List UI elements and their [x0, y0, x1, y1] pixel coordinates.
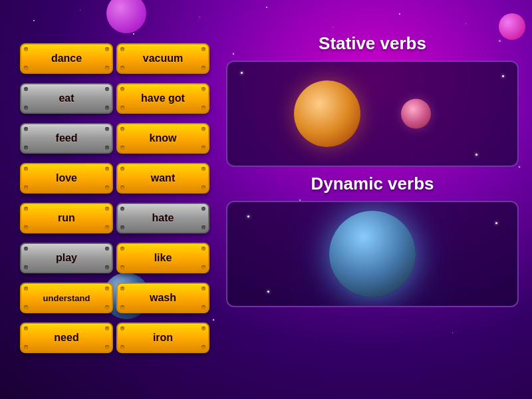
word-button-iron[interactable]: iron	[116, 323, 209, 353]
stative-title: Stative verbs	[226, 33, 519, 54]
stative-planet-small	[401, 99, 431, 129]
word-button-play[interactable]: play	[20, 243, 113, 273]
dynamic-planet-main	[329, 211, 416, 297]
word-button-like[interactable]: like	[116, 243, 209, 273]
stative-section: Stative verbs	[226, 33, 519, 167]
word-buttons-panel: dance vacuum eat have got feed know	[0, 0, 219, 399]
dynamic-drop-zone[interactable]	[226, 201, 519, 307]
word-button-need[interactable]: need	[20, 323, 113, 353]
word-button-understand[interactable]: understand	[20, 283, 113, 313]
word-button-want[interactable]: want	[116, 163, 209, 194]
word-button-wash[interactable]: wash	[116, 283, 209, 313]
word-button-run[interactable]: run	[20, 203, 113, 233]
word-button-dance[interactable]: dance	[20, 43, 113, 74]
word-button-hate[interactable]: hate	[116, 203, 209, 233]
stative-planet-main	[294, 80, 360, 147]
word-button-know[interactable]: know	[116, 123, 209, 154]
main-layout: dance vacuum eat have got feed know	[0, 0, 532, 399]
dynamic-title: Dynamic verbs	[226, 174, 519, 194]
word-button-feed[interactable]: feed	[20, 123, 113, 154]
stative-drop-zone[interactable]	[226, 61, 519, 167]
word-button-love[interactable]: love	[20, 163, 113, 194]
word-button-vacuum[interactable]: vacuum	[116, 43, 209, 74]
word-button-have-got[interactable]: have got	[116, 83, 209, 114]
dynamic-section: Dynamic verbs	[226, 174, 519, 307]
word-button-eat[interactable]: eat	[20, 83, 113, 114]
right-panel: Stative verbs Dynamic verbs	[219, 0, 532, 399]
